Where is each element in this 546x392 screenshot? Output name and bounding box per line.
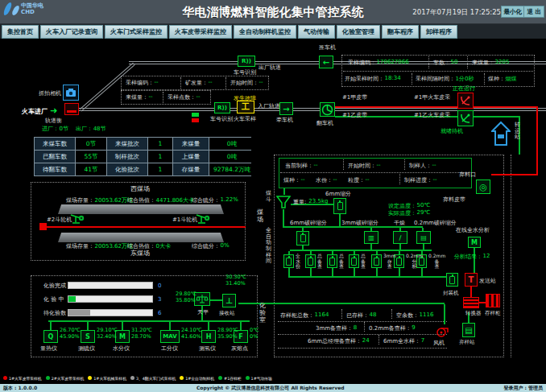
sample-3mm: 3mm备查样 :8: [316, 324, 357, 332]
tab-home[interactable]: 集控首页: [2, 25, 39, 39]
crusher02-icon: ▤: [416, 231, 431, 244]
green-pipe: [48, 320, 250, 322]
red-pipe: [474, 106, 538, 108]
hopper-label: 煤 斗: [266, 191, 271, 203]
sample-bottle: [327, 254, 337, 268]
belt2-label: #1乙皮带: [342, 112, 367, 118]
divider: [278, 321, 447, 322]
green-pipe: [283, 209, 284, 227]
logo-text: 中国华电 CHD: [21, 2, 43, 15]
legend-item: 3、4翻火车门式采样机: [130, 376, 176, 381]
pending-mine-qty: 矿发量 :--: [185, 79, 213, 87]
tab-unload-program[interactable]: 卸样程序: [420, 25, 457, 39]
tab-lab[interactable]: 化验室管理: [337, 25, 380, 39]
bottle-label: 总 备 查: [361, 254, 366, 270]
table-cell: 来煤量: [173, 138, 209, 150]
table-cell: 上煤量: [173, 151, 209, 163]
east-yard-label: 东煤场: [130, 250, 150, 257]
divider: [378, 335, 379, 345]
discard-port-label: 弃料口: [459, 171, 476, 178]
status-dot: [180, 376, 184, 380]
sample-6mm-manager: 6mm总经理备查样 :24: [308, 337, 370, 345]
green-pipe: [474, 116, 520, 118]
yard-belt-drive: [39, 223, 47, 230]
instrument-humidity: 45.90%: [60, 334, 80, 340]
divider: [278, 334, 447, 335]
puller-icon: →: [279, 102, 293, 115]
table-cell: 0吨: [209, 151, 254, 163]
car-id-reader-icon: R)): [214, 102, 230, 113]
camera-label: 抓拍相机: [39, 90, 61, 97]
east-sulfur: 综合硫分 :0%: [192, 242, 230, 250]
machine-label: 干燥: [394, 220, 405, 226]
instrument-humidity: 32.40%: [97, 334, 117, 340]
pusher-icon: ←: [319, 56, 333, 68]
tab-pneumatic[interactable]: 气动传输: [298, 25, 335, 39]
online-moisture-label: 在线全水分析: [456, 227, 490, 233]
green-pipe: [376, 268, 378, 276]
belt-sampler2-icon: [457, 110, 474, 126]
red-pipe: [536, 106, 538, 175]
red-pipe: [479, 302, 486, 303]
pneumatic-pipe: [238, 303, 445, 304]
status-dot: [88, 376, 92, 380]
pending-coal-qty: 来煤量 :--: [126, 93, 153, 101]
green-pipe: [339, 214, 341, 227]
entry-track-line: [77, 108, 546, 111]
bottle-label: 总 备 查: [339, 254, 344, 270]
bottle-label: 0.2mm 备 查: [428, 254, 445, 270]
instrument-humidity: 28.70%: [131, 334, 151, 340]
entry-track-label: 入厂轨道: [258, 103, 280, 109]
main-canvas: 抓拍相机 火车进厂 ➜ 轨道衡 进厂 :0节 出厂 :48节 R)) 车号识别 …: [0, 39, 546, 372]
tab-belt-sampler[interactable]: 火车皮带采样监控: [169, 25, 232, 39]
progress-bar-waiting: [68, 309, 153, 316]
table-cell: 41节: [76, 163, 106, 175]
dumper-label: 翻车机: [316, 120, 333, 126]
active-interval: 采样间隔时间 :1分0秒: [416, 75, 474, 83]
fan-label: 风机: [433, 340, 445, 346]
active-cars: 车数 :50: [433, 59, 458, 67]
tab-auto-prep[interactable]: 全自动制样机监控: [234, 25, 296, 39]
car-counts: 进厂 :0节 出厂 :48节: [42, 125, 106, 133]
green-pipe: [288, 276, 448, 278]
green-pipe: [240, 322, 242, 330]
table-cell: 来煤车数: [35, 138, 75, 150]
stacker2-label: #2斗轮机: [47, 217, 72, 223]
capture-camera-icon: [63, 85, 79, 101]
table-cell: 0节: [76, 138, 106, 150]
sulfur-analyzer-icon: S: [81, 330, 95, 343]
green-pipe: [169, 322, 171, 330]
converter-icon: [463, 297, 479, 308]
active-coal-qty: 来煤量 :3205: [472, 59, 509, 67]
logo-cn: 中国华电: [21, 2, 43, 9]
prep-side-label: 全 自 动 制 样 间: [266, 228, 271, 265]
receiver-humidity: 31.40%: [225, 281, 246, 287]
divider: [180, 77, 181, 89]
bottle-label: 0.2mm 分 析: [406, 254, 423, 270]
lab-side-label: 化 验 室: [259, 303, 266, 324]
instrument-label: 测氢仪: [199, 345, 216, 352]
proximate-analyzer-icon: MAV: [160, 330, 180, 343]
machine-label: 0.2mm破碎缩分: [414, 220, 457, 226]
menu-bar: 集控首页 火车入厂记录查询 火车门式采样监控 火车皮带采样监控 全自动制样机监控…: [0, 24, 546, 39]
table-cell: 已翻车数: [35, 151, 75, 163]
progress-bar-testing: [68, 295, 153, 303]
divide6-bin-icon: [333, 198, 346, 214]
hopper-icon: [276, 195, 291, 209]
discard-belt-label: 弃料皮带: [443, 196, 465, 203]
minimize-button[interactable]: 最小化: [501, 6, 526, 18]
bottle-label: 全 水 份: [296, 254, 300, 270]
weighbridge-label: 轨道衡: [45, 118, 62, 124]
converter-label: 转换器: [465, 311, 482, 316]
green-pipe: [332, 268, 333, 276]
page-title: 华电淄博燃料智能化集中管控系统: [183, 5, 364, 20]
tab-train-entry-records[interactable]: 火车入厂记录查询: [40, 25, 103, 39]
scada-screen: 中国华电 CHD 华电淄博燃料智能化集中管控系统 2017年07月19日 17:…: [0, 0, 546, 392]
exit-button[interactable]: 退 出: [523, 6, 544, 18]
tab-dumper-program[interactable]: 翻车程序: [382, 25, 419, 39]
tab-gate-sampler[interactable]: 火车门式采样监控: [105, 25, 168, 39]
pending-code: 采样编码 :--: [126, 79, 159, 87]
balance-icon: [194, 292, 210, 306]
west-heat: 综合热值 :4471.806大卡: [127, 196, 194, 204]
discard-station-label: 弃样站: [459, 340, 475, 345]
